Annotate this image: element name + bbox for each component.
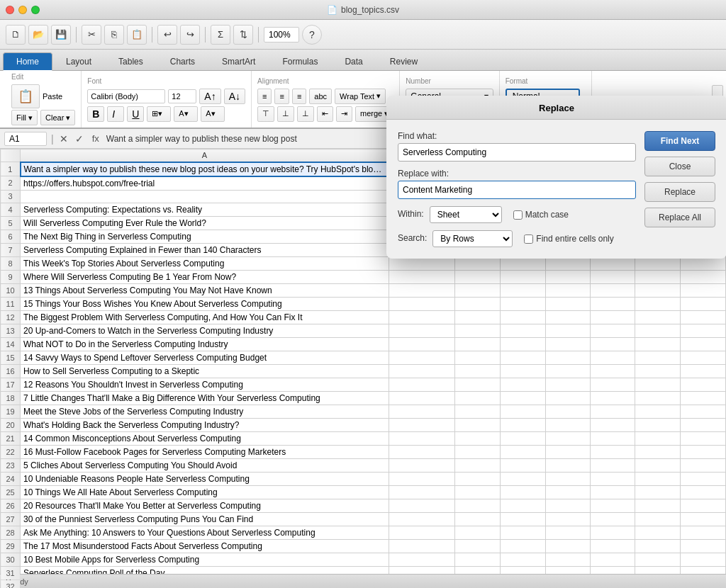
close-button[interactable] <box>6 6 14 14</box>
bottom-align-btn[interactable]: ⊥ <box>297 106 314 122</box>
align-right-btn[interactable]: ≡ <box>292 89 306 104</box>
cell-g19[interactable] <box>635 405 681 418</box>
table-row[interactable]: 3010 Best Mobile Apps for Serverless Com… <box>1 553 726 566</box>
italic-btn[interactable]: I <box>107 106 124 122</box>
cell-g9[interactable] <box>635 270 681 283</box>
cell-a21[interactable]: 14 Common Misconceptions About Serverles… <box>21 431 389 445</box>
align-center-btn[interactable]: ≡ <box>274 89 289 104</box>
cell-a16[interactable]: How to Sell Serverless Computing to a Sk… <box>21 364 389 378</box>
replace-with-input[interactable] <box>398 181 636 199</box>
top-align-btn[interactable]: ⊤ <box>257 106 274 122</box>
cell-g28[interactable] <box>635 526 681 539</box>
tab-formulas[interactable]: Formulas <box>269 52 331 71</box>
cell-e10[interactable] <box>545 283 591 297</box>
cell-e27[interactable] <box>545 512 591 526</box>
cell-b22[interactable] <box>389 445 455 458</box>
underline-btn[interactable]: U <box>127 106 144 122</box>
cell-h26[interactable] <box>681 499 726 512</box>
cell-b13[interactable] <box>389 324 455 337</box>
font-name-input[interactable] <box>87 89 165 103</box>
cell-g11[interactable] <box>635 297 681 310</box>
cell-b10[interactable] <box>389 283 455 297</box>
find-next-button[interactable]: Find Next <box>644 131 715 151</box>
cell-a26[interactable]: 20 Resources That'll Make You Better at … <box>21 499 389 512</box>
cell-f14[interactable] <box>591 337 635 351</box>
cell-a20[interactable]: What's Holding Back the Serverless Compu… <box>21 418 389 431</box>
wrap-text-btn[interactable]: Wrap Text ▾ <box>335 89 386 104</box>
cell-f25[interactable] <box>591 485 635 499</box>
cell-f26[interactable] <box>591 499 635 512</box>
cell-d14[interactable] <box>500 337 545 351</box>
cell-a8[interactable]: This Week's Top Stories About Serverless… <box>21 256 389 270</box>
cell-h22[interactable] <box>681 445 726 458</box>
cell-b17[interactable] <box>389 378 455 391</box>
cell-a18[interactable]: 7 Little Changes That'll Make a Big Diff… <box>21 391 389 405</box>
replace-dialog[interactable]: Replace Find what: Replace with: <box>386 96 726 259</box>
cell-g13[interactable] <box>635 324 681 337</box>
cell-b28[interactable] <box>389 526 455 539</box>
cell-d29[interactable] <box>500 539 545 553</box>
cell-g15[interactable] <box>635 351 681 364</box>
font-size-input[interactable] <box>168 89 196 103</box>
cell-c20[interactable] <box>455 418 501 431</box>
cell-a9[interactable]: Where Will Serverless Computing Be 1 Yea… <box>21 270 389 283</box>
cell-f15[interactable] <box>591 351 635 364</box>
cell-g26[interactable] <box>635 499 681 512</box>
replace-all-button[interactable]: Replace All <box>644 208 715 227</box>
cell-g29[interactable] <box>635 539 681 553</box>
cell-e9[interactable] <box>545 270 591 283</box>
cell-e13[interactable] <box>545 324 591 337</box>
cell-d27[interactable] <box>500 512 545 526</box>
cell-g27[interactable] <box>635 512 681 526</box>
tab-data[interactable]: Data <box>331 52 376 71</box>
bold-btn[interactable]: B <box>87 106 104 122</box>
tab-review[interactable]: Review <box>376 52 431 71</box>
cell-a12[interactable]: The Biggest Problem With Serverless Comp… <box>21 310 389 324</box>
formula-insert-icon[interactable]: fx <box>92 133 99 144</box>
cell-d26[interactable] <box>500 499 545 512</box>
cell-g18[interactable] <box>635 391 681 405</box>
cell-g14[interactable] <box>635 337 681 351</box>
cell-c17[interactable] <box>455 378 501 391</box>
cell-b19[interactable] <box>389 405 455 418</box>
cell-a13[interactable]: 20 Up-and-Comers to Watch in the Serverl… <box>21 324 389 337</box>
cell-e14[interactable] <box>545 337 591 351</box>
cell-h27[interactable] <box>681 512 726 526</box>
clear-btn[interactable]: Clear ▾ <box>40 110 75 125</box>
cell-d23[interactable] <box>500 458 545 472</box>
cell-g16[interactable] <box>635 364 681 378</box>
cell-d9[interactable] <box>500 270 545 283</box>
sort-button[interactable]: ⇅ <box>233 25 253 45</box>
cell-e28[interactable] <box>545 526 591 539</box>
table-row[interactable]: 9Where Will Serverless Computing Be 1 Ye… <box>1 270 726 283</box>
cell-c29[interactable] <box>455 539 501 553</box>
cell-h16[interactable] <box>681 364 726 378</box>
cell-a2[interactable]: https://offers.hubspot.com/free-trial <box>21 176 389 191</box>
cell-g25[interactable] <box>635 485 681 499</box>
borders-btn[interactable]: ⊞▾ <box>147 106 171 122</box>
middle-align-btn[interactable]: ⊥ <box>277 106 294 122</box>
within-select[interactable]: Sheet Workbook <box>430 206 502 223</box>
table-row[interactable]: 29The 17 Most Misunderstood Facts About … <box>1 539 726 553</box>
cell-f23[interactable] <box>591 458 635 472</box>
cell-e15[interactable] <box>545 351 591 364</box>
cell-e17[interactable] <box>545 378 591 391</box>
cell-h25[interactable] <box>681 485 726 499</box>
cell-h11[interactable] <box>681 297 726 310</box>
cell-e12[interactable] <box>545 310 591 324</box>
cell-f16[interactable] <box>591 364 635 378</box>
font-color-btn[interactable]: A▾ <box>201 106 225 122</box>
cell-g22[interactable] <box>635 445 681 458</box>
cell-a19[interactable]: Meet the Steve Jobs of the Serverless Co… <box>21 405 389 418</box>
cell-a28[interactable]: Ask Me Anything: 10 Answers to Your Ques… <box>21 526 389 539</box>
cell-d20[interactable] <box>500 418 545 431</box>
cell-b25[interactable] <box>389 485 455 499</box>
cell-c30[interactable] <box>455 553 501 566</box>
cell-a1[interactable]: Want a simpler way to publish these new … <box>21 162 389 176</box>
cell-b11[interactable] <box>389 297 455 310</box>
table-row[interactable]: 20What's Holding Back the Serverless Com… <box>1 418 726 431</box>
cell-c28[interactable] <box>455 526 501 539</box>
save-button[interactable]: 💾 <box>51 25 71 45</box>
sum-button[interactable]: Σ <box>211 25 230 45</box>
undo-button[interactable]: ↩ <box>157 25 177 45</box>
